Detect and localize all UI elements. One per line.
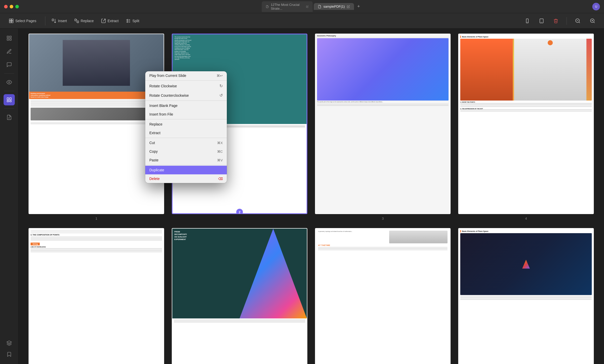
page-item-1[interactable]: Building environmentinformation modeling… xyxy=(29,34,164,220)
menu-item-replace[interactable]: Replace xyxy=(145,120,227,129)
sidebar-item-layers[interactable] xyxy=(4,338,15,349)
sidebar-item-view[interactable] xyxy=(4,77,15,88)
page-item-7[interactable]: In geometry, topology and related branch… xyxy=(315,228,451,364)
zoom-out-button[interactable] xyxy=(571,16,584,26)
menu-duplicate-label: Duplicate xyxy=(149,168,164,172)
replace-label: Replace xyxy=(81,19,94,23)
organize-icon xyxy=(6,97,12,103)
tab-inactive-label: 12The Most Crucial Strate... xyxy=(271,3,304,10)
svg-rect-4 xyxy=(52,19,54,21)
maximize-button[interactable] xyxy=(15,5,19,8)
insert-icon xyxy=(51,18,57,23)
pdf-icon xyxy=(318,5,321,8)
svg-rect-7 xyxy=(526,19,528,23)
menu-item-delete[interactable]: Delete ⌫ xyxy=(145,174,227,183)
forms-icon xyxy=(6,115,12,120)
page-1-photo xyxy=(31,108,162,120)
tablet-view-button[interactable] xyxy=(535,16,548,25)
sidebar-divider-2 xyxy=(4,91,14,91)
thumbnails-icon xyxy=(6,35,12,41)
page-number-4: 4 xyxy=(525,217,527,220)
menu-cut-shortcut: ⌘X xyxy=(217,141,223,145)
tab-inactive[interactable]: 12The Most Crucial Strate... xyxy=(262,1,313,12)
toolbar: Select Pages Insert Replace Extract Spli… xyxy=(0,13,604,29)
select-pages-icon xyxy=(9,18,14,23)
mobile-icon xyxy=(525,18,530,23)
menu-item-insert-file[interactable]: Insert from File xyxy=(145,110,227,119)
menu-rotate-ccw-icon: ↺ xyxy=(219,93,223,98)
svg-rect-6 xyxy=(77,21,78,23)
sidebar-item-bookmark[interactable] xyxy=(4,349,15,360)
edit-icon xyxy=(306,5,309,8)
page-thumb-8: Basic Elements of Plane Space xyxy=(458,228,594,364)
svg-rect-19 xyxy=(9,36,11,38)
menu-copy-shortcut: ⌘C xyxy=(217,150,223,153)
minimize-button[interactable] xyxy=(10,5,13,8)
sidebar-item-annotate[interactable] xyxy=(4,59,15,70)
tab-edit-icon xyxy=(347,5,350,8)
page-1-orange-header: Building environmentinformation modeling… xyxy=(29,92,164,99)
tab-active[interactable]: samplePDF(1) xyxy=(314,3,354,10)
zoom-in-button[interactable] xyxy=(586,16,599,26)
menu-item-cut[interactable]: Cut ⌘X xyxy=(145,138,227,147)
insert-button[interactable]: Insert xyxy=(48,16,71,25)
replace-button[interactable]: Replace xyxy=(71,16,97,25)
new-tab-button[interactable]: + xyxy=(355,3,362,10)
tab-area: 12The Most Crucial Strate... samplePDF(1… xyxy=(24,1,600,12)
replace-icon xyxy=(74,18,79,23)
menu-item-copy[interactable]: Copy ⌘C xyxy=(145,147,227,156)
split-label: Split xyxy=(132,19,139,23)
close-button[interactable] xyxy=(4,5,8,8)
menu-delete-label: Delete xyxy=(149,177,160,181)
split-button[interactable]: Split xyxy=(122,16,143,25)
svg-rect-20 xyxy=(7,39,8,40)
page-item-6[interactable]: PRISMDECOMPOSITION SUNLIGHTEXPERIMENT 6 xyxy=(172,228,307,364)
split-icon xyxy=(126,18,131,23)
page-item-5[interactable]: 3. THE COMPOSITION OF POINTS String LINE… xyxy=(29,228,164,364)
tab-active-label: samplePDF(1) xyxy=(323,5,345,8)
toolbar-right xyxy=(521,16,599,26)
page-thumb-1: Building environmentinformation modeling… xyxy=(29,34,164,214)
page-item-3[interactable]: Geometric Philosophy The specific point … xyxy=(315,34,451,220)
menu-item-play[interactable]: Play from Current Slide ⌘↩ xyxy=(145,71,227,80)
extract-button[interactable]: Extract xyxy=(97,16,122,25)
svg-rect-24 xyxy=(9,98,11,100)
menu-item-duplicate[interactable]: Duplicate xyxy=(145,166,227,174)
svg-rect-9 xyxy=(540,19,543,23)
svg-rect-21 xyxy=(9,39,11,40)
sidebar-item-organize[interactable] xyxy=(4,94,15,105)
mobile-view-button[interactable] xyxy=(521,16,533,25)
sidebar-item-edit[interactable] xyxy=(4,46,15,57)
svg-rect-18 xyxy=(7,36,8,38)
svg-line-15 xyxy=(594,22,595,23)
menu-item-paste[interactable]: Paste ⌘V xyxy=(145,156,227,164)
svg-rect-2 xyxy=(9,21,11,23)
menu-rotate-cw-label: Rotate Clockwise xyxy=(149,84,177,88)
sidebar-item-forms[interactable] xyxy=(4,112,15,123)
page-number-3: 3 xyxy=(382,217,384,220)
menu-item-insert-blank[interactable]: Insert Blank Page xyxy=(145,101,227,110)
menu-item-rotate-cw[interactable]: Rotate Clockwise ↻ xyxy=(145,81,227,91)
page-item-8[interactable]: Basic Elements of Plane Space 8 xyxy=(458,228,594,364)
page-item-4[interactable]: Basic Elements of Plane Space 1. KNOW TH… xyxy=(458,34,594,220)
page-7-content: In geometry, topology and related branch… xyxy=(316,229,450,364)
page-1-body2 xyxy=(29,121,164,125)
avatar: U xyxy=(592,3,600,10)
page-2-badge: 2 xyxy=(236,209,243,214)
select-pages-button[interactable]: Select Pages xyxy=(5,16,40,25)
page-thumb-4: Basic Elements of Plane Space 1. KNOW TH… xyxy=(458,34,594,214)
menu-replace-label: Replace xyxy=(149,122,162,126)
svg-point-22 xyxy=(8,81,10,83)
delete-button[interactable] xyxy=(550,16,562,25)
select-pages-section: Select Pages xyxy=(5,16,45,25)
menu-extract-label: Extract xyxy=(149,131,161,135)
page-1-content: Building environmentinformation modeling… xyxy=(29,34,164,214)
menu-item-extract[interactable]: Extract xyxy=(145,129,227,137)
svg-rect-1 xyxy=(11,19,13,21)
menu-insert-blank-label: Insert Blank Page xyxy=(149,104,178,108)
sidebar-item-thumbnails[interactable] xyxy=(4,33,15,44)
main-layout: Building environmentinformation modeling… xyxy=(0,29,604,364)
menu-item-rotate-ccw[interactable]: Rotate Counterclockwise ↺ xyxy=(145,91,227,100)
zoom-in-icon xyxy=(590,18,595,24)
edit-pages-icon xyxy=(6,49,12,54)
